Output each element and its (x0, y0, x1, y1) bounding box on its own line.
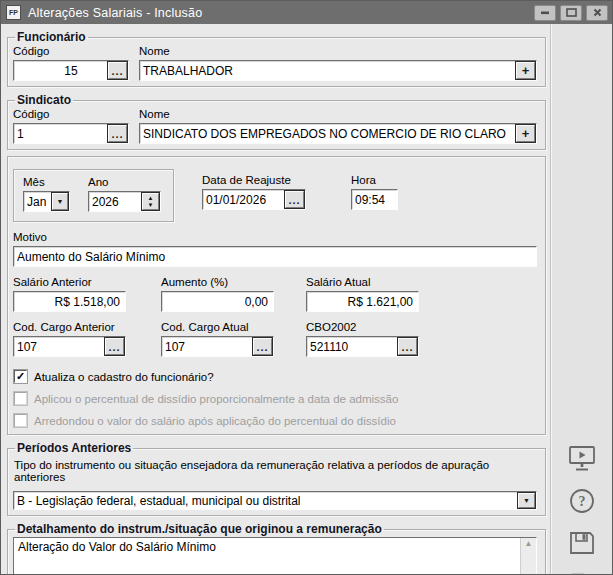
motivo-input[interactable]: Aumento do Salário Mínimo (13, 246, 537, 267)
sindicato-group-title: Sindicato (15, 93, 73, 107)
funcionario-group: Funcionário Código 15 ... Nome TRABALHAD… (7, 30, 546, 87)
monitor-play-icon (566, 444, 598, 474)
minimize-icon (540, 8, 550, 17)
app-icon: FP (6, 5, 21, 20)
sindicato-group: Sindicato Código 1 ... Nome SINDICATO DO… (7, 93, 546, 150)
spin-down-icon[interactable]: ▼ (143, 202, 158, 210)
funcionario-nome-add-button[interactable]: + (516, 62, 535, 79)
checkbox-aplicou-percentual: Aplicou o percentual de dissídio proporc… (14, 392, 537, 405)
salario-atual-input[interactable]: R$ 1.621,00 (306, 291, 419, 312)
sindicato-codigo-browse-button[interactable]: ... (108, 125, 127, 142)
maximize-button[interactable] (560, 5, 582, 21)
ano-label: Ano (88, 176, 161, 188)
cargo-anterior-browse-button[interactable]: ... (105, 338, 124, 355)
checkbox-unchecked-icon (14, 392, 27, 405)
help-button[interactable]: ? (561, 483, 603, 519)
save-icon (567, 528, 597, 558)
data-reajuste-input[interactable]: 01/01/2026 ... (202, 189, 306, 210)
help-icon: ? (567, 486, 597, 516)
preview-button[interactable] (561, 441, 603, 477)
dialog-window: FP Alterações Salariais - Inclusão Funci… (0, 0, 613, 575)
checkbox-atualiza-cadastro[interactable]: ✓ Atualiza o cadastro do funcionário? (14, 370, 537, 383)
checkbox-arredondou-valor: Arredondou o valor do salário após aplic… (14, 414, 537, 427)
mes-dropdown-arrow-icon[interactable]: ▼ (52, 193, 68, 210)
ano-spin-buttons[interactable]: ▲ ▼ (142, 193, 159, 210)
funcionario-group-title: Funcionário (15, 30, 88, 44)
tipo-instrumento-label: Tipo do instrumento ou situação ensejado… (14, 459, 537, 483)
svg-text:?: ? (578, 494, 585, 509)
motivo-label: Motivo (13, 231, 537, 243)
data-reajuste-label: Data de Reajuste (202, 174, 306, 186)
hora-input[interactable]: 09:54 (351, 189, 398, 210)
funcionario-codigo-input[interactable]: 15 ... (13, 60, 129, 81)
periodos-anteriores-group: Períodos Anteriores Tipo do instrumento … (7, 441, 546, 516)
sindicato-nome-input[interactable]: SINDICATO DOS EMPREGADOS NO COMERCIO DE … (139, 123, 537, 144)
close-button[interactable] (586, 5, 608, 21)
action-sidebar: ? (550, 24, 612, 575)
data-reajuste-browse-button[interactable]: ... (285, 191, 304, 208)
cargo-atual-browse-button[interactable]: ... (253, 338, 272, 355)
mes-dropdown[interactable]: Jan ▼ (23, 191, 70, 212)
textarea-scrollbar[interactable]: ▲ ▼ (520, 538, 536, 575)
salario-anterior-label: Salário Anterior (13, 276, 126, 288)
detalhamento-textarea[interactable]: Alteração do Valor do Salário Mínimo ▲ ▼ (13, 537, 537, 575)
sindicato-codigo-input[interactable]: 1 ... (13, 123, 129, 144)
window-title: Alterações Salariais - Inclusão (28, 6, 202, 20)
cancel-button[interactable] (561, 569, 603, 575)
cargo-anterior-label: Cod. Cargo Anterior (13, 321, 126, 333)
close-icon (593, 8, 602, 17)
funcionario-nome-label: Nome (139, 45, 537, 57)
aumento-input[interactable]: 0,00 (161, 291, 274, 312)
cargo-anterior-input[interactable]: 107 ... (13, 336, 126, 357)
cbo2002-browse-button[interactable]: ... (398, 338, 417, 355)
funcionario-codigo-browse-button[interactable]: ... (108, 62, 127, 79)
hora-label: Hora (351, 174, 398, 186)
periodos-anteriores-group-title: Períodos Anteriores (15, 441, 133, 455)
title-bar[interactable]: FP Alterações Salariais - Inclusão (1, 1, 612, 24)
save-button[interactable] (561, 525, 603, 561)
minimize-button[interactable] (534, 5, 556, 21)
cargo-atual-input[interactable]: 107 ... (161, 336, 274, 357)
detalhamento-group-title: Detalhamento do instrum./situação que or… (15, 522, 384, 536)
reajuste-group: Mês Jan ▼ Ano 2026 ▲ (7, 156, 546, 435)
aumento-label: Aumento (%) (161, 276, 274, 288)
cbo2002-input[interactable]: 521110 ... (306, 336, 419, 357)
mes-ano-group: Mês Jan ▼ Ano 2026 ▲ (13, 169, 174, 222)
funcionario-codigo-label: Código (13, 45, 129, 57)
salario-atual-label: Salário Atual (306, 276, 419, 288)
spin-up-icon[interactable]: ▲ (143, 194, 158, 202)
scroll-up-icon[interactable]: ▲ (525, 540, 533, 548)
ano-spinner[interactable]: 2026 ▲ ▼ (88, 191, 161, 212)
sindicato-codigo-label: Código (13, 108, 129, 120)
tipo-dropdown-arrow-icon[interactable]: ▼ (518, 493, 535, 508)
checkbox-checked-icon[interactable]: ✓ (14, 370, 27, 383)
cargo-atual-label: Cod. Cargo Atual (161, 321, 274, 333)
maximize-icon (566, 8, 577, 17)
sindicato-nome-label: Nome (139, 108, 537, 120)
sindicato-nome-add-button[interactable]: + (516, 125, 535, 142)
tipo-instrumento-dropdown[interactable]: B - Legislação federal, estadual, munici… (13, 491, 537, 510)
mes-label: Mês (23, 176, 70, 188)
funcionario-nome-input[interactable]: TRABALHADOR + (139, 60, 537, 81)
checkbox-unchecked-icon (14, 414, 27, 427)
cbo2002-label: CBO2002 (306, 321, 419, 333)
detalhamento-group: Detalhamento do instrum./situação que or… (7, 522, 546, 575)
salario-anterior-input[interactable]: R$ 1.518,00 (13, 291, 126, 312)
